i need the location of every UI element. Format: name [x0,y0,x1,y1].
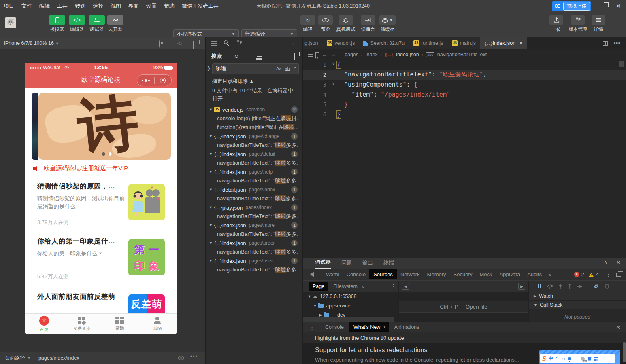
toggle-device-icon[interactable] [616,273,621,277]
mic-icon[interactable] [568,357,571,360]
tab-vendor-js[interactable]: vendor.js [322,37,359,49]
fold-icon[interactable]: ∨ [332,81,334,85]
result-match-row[interactable]: console.log(e),{title:"我正在哆啦封... [206,114,302,123]
menu-settings[interactable]: 设置 [143,0,160,12]
tab-filesystem[interactable]: Filesystem [333,284,358,289]
multi-window-icon[interactable] [193,41,194,49]
code-area[interactable]: 1∨ { 2 "navigationBarTitleText": "欧皇源码论坛… [303,60,626,258]
account-icon[interactable] [581,357,585,361]
emoji-icon[interactable]: ☺ [561,356,566,362]
step-icon[interactable] [577,284,582,289]
preview-button[interactable]: 预览 [317,15,334,32]
tab-mock[interactable]: Mock [476,271,496,277]
result-match-row[interactable]: navigationBarTitleText": "哆啦多多... [206,212,302,221]
tab-wxml[interactable]: Wxml [322,271,343,277]
tab-memory[interactable]: Memory [424,271,450,277]
menu-help[interactable]: 帮助 [160,0,178,12]
tab-page[interactable]: Page [309,282,328,291]
watch-section[interactable]: ▶Watch [529,292,626,301]
drag-upload-button[interactable]: 拖拽上传 [552,1,591,11]
menu-tools[interactable]: 工具 [53,0,71,12]
sound-icon[interactable]: ◁ [177,40,181,46]
collapse-all-icon[interactable] [290,53,299,59]
tab-search[interactable]: Search: 32.u7u [359,37,409,49]
keyboard-icon[interactable] [573,357,578,360]
tab-g-json[interactable]: g.json [303,37,322,49]
split-editor-icon[interactable] [603,41,608,46]
tab-mine[interactable]: 我的 [139,314,177,334]
expand-search-icon[interactable]: ❯ [207,66,211,71]
copy-path-icon[interactable] [83,356,87,360]
result-match-row[interactable]: navigationBarTitleText": "哆啦多多... [206,141,302,150]
result-file-row[interactable]: ▼ vendor.jscommon 2 [206,105,302,114]
capsule-close-icon[interactable] [155,78,172,83]
notice-marquee[interactable]: 欧皇源码论坛/注册就送一年VIP [33,165,128,172]
quiz-list-item[interactable]: 猜测情侣吵架的原因，… 猜测情侣吵架的原因，测试出你目前最渴望的是什么 3.79… [37,182,165,230]
inspect-element-icon[interactable] [309,272,314,277]
more-panels-icon[interactable]: » [362,284,364,289]
clear-cache-button[interactable]: ▼ 清缓存 [378,15,397,32]
crumb-symbol[interactable]: navigationBarTitleText [437,52,487,57]
window-scrollbar[interactable] [623,342,626,362]
tab-index-json[interactable]: index.json✕ [480,37,527,49]
result-match-row[interactable]: function(){return{title:"我正在哆啦... [206,123,302,132]
error-icon[interactable]: ✕ [574,272,579,277]
result-match-row[interactable]: navigationBarTitleText": "哆啦多多... [206,265,302,274]
record-icon[interactable] [159,40,160,48]
tab-free-exchange[interactable]: 免费兑换 [63,314,101,334]
more-options-icon[interactable]: ••• [190,353,198,359]
show-debugger-icon[interactable]: ▶ [518,283,525,290]
menu-view[interactable]: 视图 [107,0,125,12]
tab-security[interactable]: Security [450,271,476,277]
open-in-editor-icon[interactable] [270,53,280,59]
warning-icon[interactable] [588,270,594,277]
outline-icon[interactable] [308,53,313,53]
pause-on-exceptions-icon[interactable] [604,284,610,289]
debugger-toggle-button[interactable]: 调试器 [87,15,106,32]
menu-file[interactable]: 文件 [18,0,36,12]
sidebar-menu-icon[interactable]: ⋮ [388,283,398,289]
user-avatar[interactable]: 🐺 [5,17,16,28]
bookmark-icon[interactable] [315,52,319,57]
result-file-row[interactable]: ▼ index.jsonpages\order 1 [206,239,302,248]
drawer-tab-console[interactable]: Console [320,324,349,330]
match-case-icon[interactable]: Aa [275,66,282,71]
chinese-mode-icon[interactable]: 中 [548,355,553,362]
result-match-row[interactable]: navigationBarTitleText": "哆啦多多... [206,159,302,167]
whole-word-icon[interactable]: ab [284,66,290,71]
capsule-more-icon[interactable] [137,77,154,84]
result-file-row[interactable]: ▼ index.jsonpages\more 1 [206,221,302,230]
result-match-row[interactable]: navigationBarTitleText": "哆啦多多... [206,176,302,185]
search-input[interactable] [213,64,265,74]
tab-main-js[interactable]: main.js [447,37,480,49]
restore-window-icon[interactable] [598,0,611,12]
page-path-label[interactable]: 页面路径 [5,355,25,362]
devtools-menu-icon[interactable]: ⋮ [603,271,613,277]
close-tab-icon[interactable]: ✕ [519,40,523,46]
device-selector[interactable]: iPhone 6/7/8 100% 16▼ [4,40,59,46]
quiz-list-item[interactable]: 外人面前朋友面前反差萌 反差萌 外人 朋友 [37,292,165,313]
close-tab-icon[interactable]: × [383,324,386,330]
menu-edit[interactable]: 编辑 [36,0,53,12]
result-file-row[interactable]: ▼ index.jsonpages\detail 1 [206,150,302,159]
nav-forward-icon[interactable]: → [330,51,336,58]
tab-debugger[interactable]: 调试器 [315,258,331,269]
punctuation-icon[interactable]: ’, [556,356,558,362]
result-file-row[interactable]: ▼ index.jsonpages\help 1 [206,167,302,176]
menu-select[interactable]: 选择 [89,0,107,12]
close-panel-icon[interactable]: ✕ [616,260,620,265]
tab-runtime-js[interactable]: runtime.js [409,37,447,49]
git-branch-icon[interactable] [236,40,242,46]
menu-goto[interactable]: 转到 [71,0,89,12]
pause-icon[interactable] [537,284,542,289]
result-file-row[interactable]: ▼ index.jsonpages\change 1 [206,132,302,141]
result-match-row[interactable]: navigationBarTitleText": "哆啦多多... [206,194,302,203]
fold-icon[interactable]: ∨ [332,61,334,66]
collapse-panel-icon[interactable]: ∧ [604,260,607,265]
editor-more-icon[interactable]: ••• [613,40,620,47]
nav-back-icon[interactable]: ← [322,51,328,58]
tab-audits[interactable]: Audits [524,271,545,277]
tab-appdata[interactable]: AppData [496,271,524,277]
more-tabs-icon[interactable]: » [545,271,555,277]
switch-background-button[interactable]: 切后台 [359,15,377,32]
